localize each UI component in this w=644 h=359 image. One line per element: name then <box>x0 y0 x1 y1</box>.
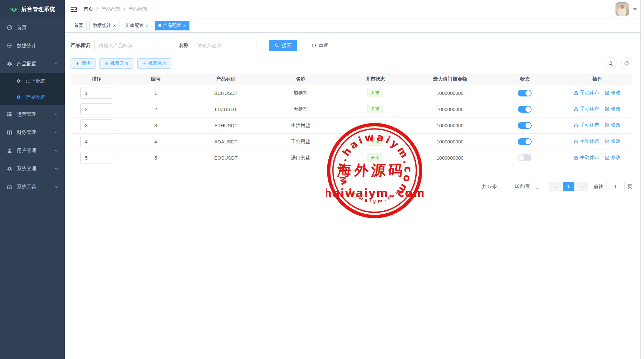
search-icon <box>608 61 613 66</box>
window-scrollbar[interactable] <box>640 0 644 359</box>
dashboard-icon <box>6 25 12 30</box>
status-toggle[interactable] <box>518 138 532 145</box>
lock-icon <box>574 155 578 160</box>
user-avatar[interactable] <box>616 2 629 16</box>
reset-button[interactable]: 重置 <box>306 40 334 51</box>
search-button[interactable]: 搜索 <box>269 40 297 51</box>
col-market-status: 开市状态 <box>338 73 413 85</box>
table-tools <box>604 57 632 69</box>
sort-input[interactable] <box>80 152 113 163</box>
cell-max-amount: 1000000000 <box>413 101 488 117</box>
tab-stats[interactable]: 数据统计 × <box>89 21 119 30</box>
refresh-table-button[interactable] <box>620 57 632 69</box>
edit-link[interactable]: 修改 <box>605 138 621 144</box>
edit-icon <box>605 139 609 144</box>
symbol-input[interactable] <box>94 40 158 51</box>
sidebar-item-product-config-child[interactable]: 产品配置 <box>0 89 65 105</box>
sidebar-item-home[interactable]: 首页 <box>0 18 65 37</box>
gear-icon <box>16 78 21 84</box>
app-title: 后台管理系统 <box>21 6 55 13</box>
edit-link[interactable]: 修改 <box>605 106 621 112</box>
sort-input[interactable] <box>80 136 113 147</box>
sidebar-item-finance[interactable]: 财务管理 <box>0 123 65 141</box>
status-toggle[interactable] <box>518 154 532 161</box>
col-id: 编号 <box>123 73 188 85</box>
page-number-1[interactable]: 1 <box>563 182 574 191</box>
sidebar-item-label: 用户管理 <box>17 148 36 154</box>
cell-symbol: ADAUSDT <box>188 133 263 150</box>
batch-close-button[interactable]: 批量休市 <box>137 58 171 69</box>
sort-input[interactable] <box>80 103 113 115</box>
breadcrumb-product-config[interactable]: 产品配置 <box>101 6 120 12</box>
pagination: 共 5 条 10条/页 ‹ 1 › 前往 页 <box>71 181 632 192</box>
sidebar-item-system[interactable]: 系统管理 <box>0 160 65 178</box>
tab-product-config[interactable]: 产品配置 × <box>155 21 190 30</box>
gear-icon <box>6 61 12 67</box>
sidebar: 后台管理系统 首页 数据统计 产品配置 <box>0 0 65 359</box>
sidebar-item-rate-config[interactable]: 汇率配置 <box>0 73 65 89</box>
sidebar-item-label: 首页 <box>17 25 27 31</box>
page-content: 产品标识 名称 搜索 重置 新增 批量开市 <box>65 33 644 192</box>
table-row: 1BCHUSDT加碘盐开市1000000000手动休市修改 <box>71 85 632 101</box>
sidebar-item-label: 财务管理 <box>17 129 36 136</box>
tab-home[interactable]: 首页 <box>71 21 87 30</box>
tab-rate-config[interactable]: 汇率配置 × <box>122 21 152 30</box>
sort-input[interactable] <box>80 119 113 131</box>
status-toggle[interactable] <box>518 106 532 113</box>
plus-icon <box>104 61 108 65</box>
cell-max-amount: 1000000000 <box>413 150 488 166</box>
sidebar-item-users[interactable]: 用户管理 <box>0 141 65 160</box>
breadcrumb-home[interactable]: 首页 <box>84 6 93 12</box>
batch-close-button-label: 批量休市 <box>148 61 166 66</box>
next-page-button[interactable]: › <box>576 182 588 191</box>
edit-link[interactable]: 修改 <box>605 122 621 128</box>
app-logo[interactable]: 后台管理系统 <box>0 0 65 18</box>
sidebar-item-stats[interactable]: 数据统计 <box>0 37 65 55</box>
chevron-up-icon <box>54 62 58 65</box>
jump-prefix-label: 前往 <box>593 184 603 190</box>
sidebar-fold-icon[interactable] <box>71 6 77 12</box>
manual-close-link[interactable]: 手动休市 <box>574 154 599 161</box>
name-input[interactable] <box>193 40 256 51</box>
sidebar-item-product-config[interactable]: 产品配置 <box>0 55 65 73</box>
table-toolbar: 新增 批量开市 批量休市 <box>71 57 632 69</box>
breadcrumb-separator: / <box>124 6 125 12</box>
leaf-icon <box>10 5 18 14</box>
manual-close-link[interactable]: 手动休市 <box>574 122 599 128</box>
cell-name: 无碘盐 <box>263 101 338 117</box>
close-icon[interactable]: × <box>183 23 186 28</box>
add-button[interactable]: 新增 <box>71 58 96 69</box>
close-icon[interactable]: × <box>113 23 116 28</box>
page-size-select[interactable]: 10条/页 <box>502 181 542 192</box>
edit-link[interactable]: 修改 <box>605 90 621 96</box>
close-icon[interactable]: × <box>146 23 149 28</box>
sidebar-item-label: 数据统计 <box>17 43 36 49</box>
lock-icon <box>574 139 578 144</box>
col-name: 名称 <box>263 73 338 85</box>
cell-id: 1 <box>123 85 188 101</box>
manual-close-link[interactable]: 手动休市 <box>574 90 599 96</box>
refresh-icon <box>311 43 316 48</box>
edit-link[interactable]: 修改 <box>605 154 621 161</box>
lock-icon <box>574 123 578 128</box>
manual-close-link[interactable]: 手动休市 <box>574 106 599 112</box>
col-sort: 排序 <box>71 73 123 85</box>
market-status-badge: 开市 <box>367 105 383 113</box>
sidebar-item-operations[interactable]: 运营管理 <box>0 105 65 123</box>
avatar-dropdown-caret-icon[interactable] <box>633 8 637 10</box>
sidebar-item-label: 产品配置 <box>17 61 36 67</box>
batch-open-button[interactable]: 批量开市 <box>99 58 133 69</box>
edit-icon <box>605 155 609 160</box>
sidebar-item-tools[interactable]: 系统工具 <box>0 178 65 196</box>
gear-icon <box>6 166 12 172</box>
jump-page-input[interactable] <box>606 181 625 192</box>
edit-icon <box>605 91 609 95</box>
manual-close-link[interactable]: 手动休市 <box>574 138 599 144</box>
status-toggle[interactable] <box>518 90 532 96</box>
sort-input[interactable] <box>80 87 113 99</box>
status-toggle[interactable] <box>518 122 532 129</box>
show-search-button[interactable] <box>604 57 616 69</box>
edit-icon <box>605 107 609 111</box>
prev-page-button[interactable]: ‹ <box>549 182 561 191</box>
col-max-amount: 最大值门槛金额 <box>413 73 488 85</box>
